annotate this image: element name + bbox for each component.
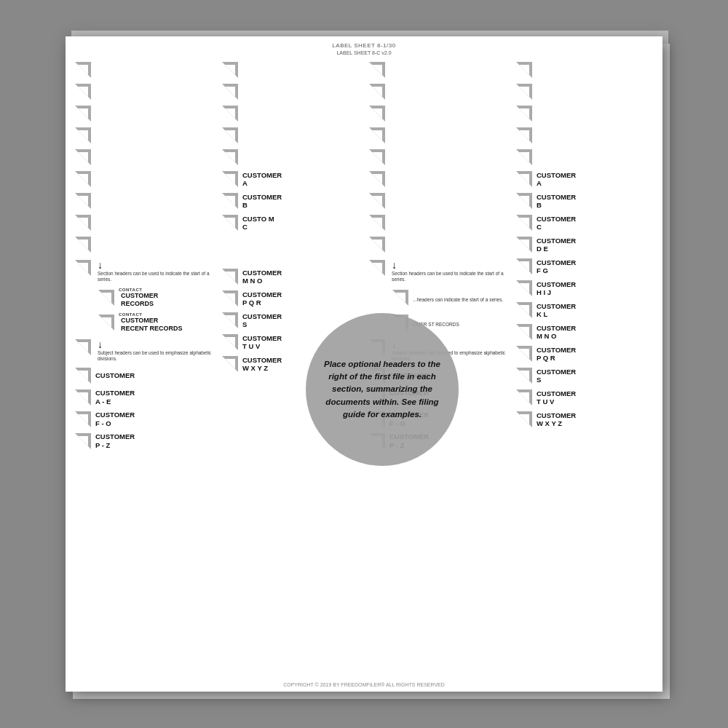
list-item	[367, 191, 508, 211]
svg-marker-3	[78, 87, 88, 97]
list-item	[220, 147, 361, 167]
list-item: CUSTOMERT U V	[514, 387, 655, 408]
svg-marker-67	[372, 130, 382, 141]
label-text: CUSTOMERC	[534, 215, 576, 232]
svg-marker-49	[225, 218, 235, 228]
list-item: CUSTOMERH I J	[514, 278, 655, 298]
list-item: CUSTOMERA	[514, 169, 655, 189]
arrow-icon	[514, 234, 534, 255]
label-text: CUSTOMERA	[240, 171, 282, 188]
arrow-icon	[514, 60, 534, 80]
list-item	[220, 103, 361, 124]
tooltip-text: Place optional headers to the right of t…	[306, 344, 459, 435]
arrow-icon	[220, 310, 240, 331]
arrow-icon	[73, 213, 93, 233]
svg-marker-99	[519, 108, 529, 119]
label-text: CUSTOMERW X Y Z	[240, 356, 282, 373]
svg-marker-51	[225, 272, 235, 282]
svg-marker-53	[225, 293, 235, 304]
label-text: CUSTOMERA	[534, 171, 576, 188]
list-item	[367, 169, 508, 189]
svg-marker-43	[225, 152, 235, 162]
list-item: CUSTOMERA - E	[73, 387, 214, 408]
svg-marker-111	[519, 240, 529, 250]
column-1: ↓ Section headers can be used to indicat…	[73, 60, 214, 671]
list-item	[73, 191, 214, 211]
arrow-icon	[514, 409, 534, 430]
contact-item: CONTACT CUSTOMERRECORDS	[73, 286, 214, 309]
arrow-icon	[220, 354, 240, 374]
column-4: CUSTOMERA CUSTOMERB CUSTOMERC CUSTOMERD …	[514, 60, 655, 671]
arrow-icon	[514, 300, 534, 320]
section-note-text: Section headers can be used to indicate …	[98, 271, 214, 283]
label-text: CUSTOMERF G	[534, 258, 576, 275]
list-item: CUSTOMERP - Z	[73, 431, 214, 451]
list-item	[220, 125, 361, 146]
list-item	[514, 82, 655, 102]
arrow-icon	[367, 60, 387, 80]
svg-marker-123	[519, 371, 529, 381]
section-note: ↓ Section headers can be used to indicat…	[367, 256, 508, 285]
svg-marker-59	[225, 359, 235, 369]
subject-note: ↓ Subject headers can be used to emphasi…	[73, 336, 214, 364]
list-item: CUSTO MC	[220, 213, 361, 233]
svg-marker-21	[101, 293, 111, 303]
svg-marker-61	[372, 65, 382, 75]
arrow-icon	[367, 125, 387, 146]
contact-item-partial: ...headers can indicate the start of a s…	[367, 286, 508, 309]
list-item: CUSTOMERP Q R	[220, 288, 361, 309]
svg-marker-55	[225, 315, 235, 325]
svg-marker-79	[372, 263, 382, 273]
svg-marker-17	[78, 240, 88, 250]
svg-marker-63	[372, 87, 382, 97]
list-item: CUSTOMERF - O	[73, 409, 214, 430]
list-item	[514, 125, 655, 146]
list-item	[73, 169, 214, 189]
svg-marker-25	[78, 342, 88, 352]
arrow-icon	[220, 213, 240, 233]
label-text: CUSTOMERP Q R	[240, 290, 282, 307]
list-item	[514, 147, 655, 167]
tooltip-overlay: Place optional headers to the right of t…	[306, 313, 459, 466]
arrow-icon	[367, 234, 387, 255]
label-text: CUSTOMERH I J	[534, 280, 576, 297]
list-item	[73, 234, 214, 255]
label-text: CUSTOMERT U V	[240, 334, 282, 351]
svg-marker-121	[519, 349, 529, 359]
svg-marker-5	[78, 108, 88, 119]
list-item	[220, 82, 361, 102]
label-text: CUSTOMERP Q R	[534, 346, 576, 363]
arrow-icon	[73, 60, 93, 80]
list-item: CUSTOMERS	[514, 365, 655, 386]
list-item: CUSTOMERM N O	[220, 266, 361, 287]
label-text: CUSTOMERF - O	[93, 411, 135, 427]
list-item	[514, 60, 655, 80]
svg-marker-1	[78, 65, 88, 75]
page-header: LABEL SHEET 8-1/30	[66, 36, 662, 50]
svg-marker-27	[78, 371, 88, 381]
svg-marker-81	[395, 293, 405, 303]
svg-marker-11	[78, 174, 88, 184]
arrow-icon	[514, 103, 534, 124]
arrow-icon	[220, 332, 240, 352]
list-item	[367, 234, 508, 255]
list-item: CUSTOMERA	[220, 169, 361, 189]
arrow-icon	[73, 82, 93, 102]
svg-marker-73	[372, 196, 382, 206]
arrow-icon	[73, 431, 93, 451]
label-text: CUSTOMERS	[240, 312, 282, 329]
arrow-icon	[514, 322, 534, 342]
svg-marker-45	[225, 174, 235, 184]
arrow-icon	[73, 234, 93, 255]
svg-marker-47	[225, 196, 235, 206]
svg-marker-23	[101, 317, 111, 328]
svg-marker-125	[519, 392, 529, 403]
arrow-icon	[367, 191, 387, 211]
svg-marker-77	[372, 240, 382, 250]
label-text: CUSTOMERW X Y Z	[534, 411, 576, 428]
list-item	[367, 103, 508, 124]
list-item	[73, 125, 214, 146]
arrow-icon	[367, 82, 387, 102]
arrow-icon	[514, 365, 534, 386]
svg-marker-101	[519, 130, 529, 141]
